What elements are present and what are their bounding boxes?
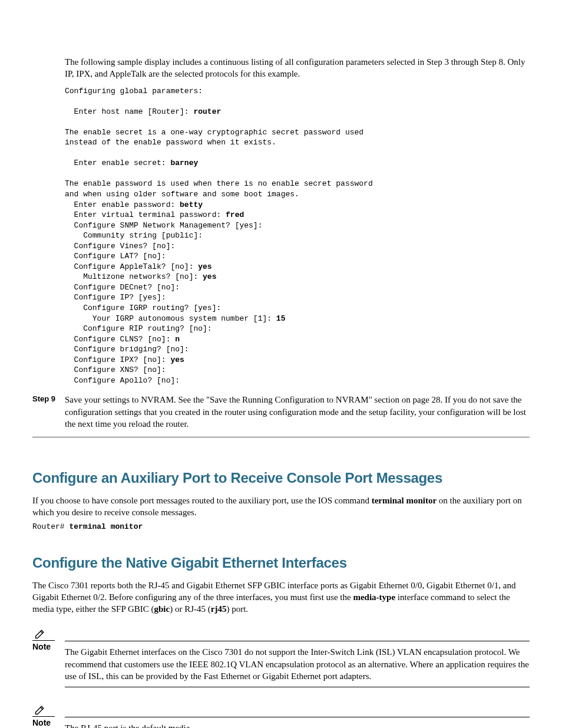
step-9-body: Save your settings to NVRAM. See the "Sa… — [65, 394, 530, 430]
note-block-1: Note The Gigabit Ethernet interfaces on … — [32, 628, 530, 687]
section-heading-gigabit: Configure the Native Gigabit Ethernet In… — [32, 555, 530, 571]
intro-paragraph: The following sample display includes a … — [65, 56, 530, 80]
gigabit-paragraph: The Cisco 7301 reports both the RJ-45 an… — [32, 579, 530, 615]
section-heading-aux-port: Configure an Auxiliary Port to Receive C… — [32, 470, 530, 486]
note-label-1: Note — [32, 642, 51, 651]
pencil-icon — [34, 628, 46, 640]
terminal-output: Configuring global parameters: Enter hos… — [65, 86, 530, 386]
note-text-1: The Gigabit Ethernet interfaces on the C… — [65, 646, 530, 687]
pencil-icon — [34, 704, 46, 716]
step-9-label: Step 9 — [32, 394, 65, 430]
router-command: Router# terminal monitor — [32, 522, 530, 531]
note-text-2: The RJ-45 port is the default media. — [65, 722, 530, 728]
note-label-2: Note — [32, 718, 51, 727]
note-block-2: Note The RJ-45 port is the default media… — [32, 704, 530, 728]
step-9-row: Step 9 Save your settings to NVRAM. See … — [32, 394, 530, 437]
aux-port-paragraph: If you choose to have console port messa… — [32, 495, 530, 519]
